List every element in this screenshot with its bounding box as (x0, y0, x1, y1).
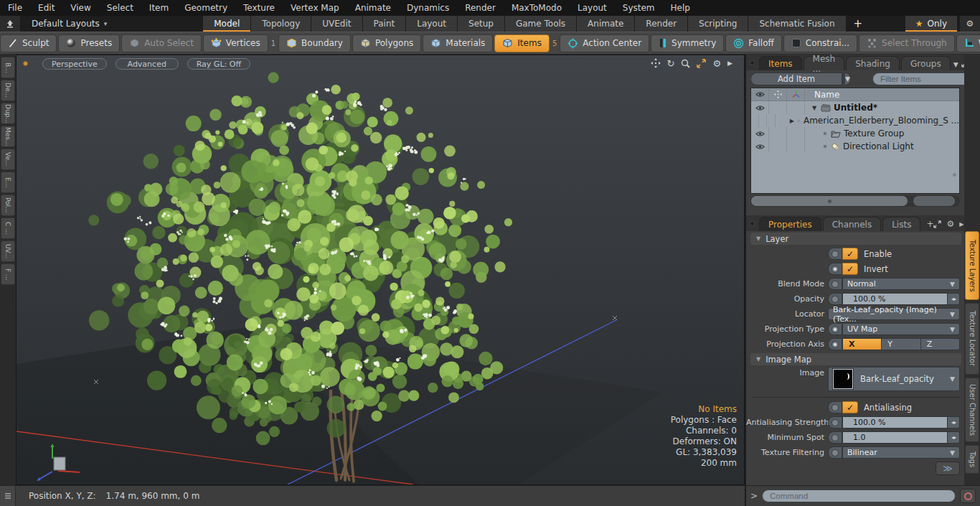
scrollbar-thumb[interactable] (751, 196, 908, 206)
texture-filtering-channel-radio[interactable] (828, 446, 842, 459)
viewport-3d[interactable]: Perspective Advanced Ray GL: Off ↻ (16, 55, 745, 485)
visibility-toggle[interactable] (751, 127, 769, 140)
tab-game-tools[interactable]: Game Tools (505, 16, 577, 32)
constraints-button[interactable]: Constrai... (783, 34, 857, 52)
projection-axis-channel-radio[interactable] (828, 338, 842, 350)
left-tab-polygon[interactable]: Pol... (1, 195, 15, 216)
pan-icon[interactable] (651, 58, 661, 68)
blend-mode-dropdown[interactable]: Normal▼ (842, 278, 960, 290)
locator-dropdown[interactable]: Bark-Leaf_opacity (Image) (Tex...▼ (828, 308, 960, 320)
macro-record-button[interactable] (960, 489, 976, 503)
left-tab-bevel[interactable]: B... (1, 57, 15, 78)
blend-mode-channel-radio[interactable] (828, 278, 842, 290)
tab-channels[interactable]: Channels (823, 217, 882, 231)
left-tab-deform[interactable]: De... (1, 80, 15, 101)
layout-preset-dropdown[interactable]: Default Layouts ▾ (22, 16, 117, 32)
menu-dynamics[interactable]: Dynamics (399, 3, 457, 13)
auto-select-button[interactable]: Auto Select (121, 34, 202, 52)
menu-help[interactable]: Help (663, 3, 698, 13)
menu-file[interactable]: File (0, 3, 30, 13)
menu-item[interactable]: Item (141, 3, 176, 13)
left-tab-edge[interactable]: E... (1, 172, 15, 193)
projection-type-channel-radio[interactable] (828, 323, 842, 335)
tab-setup[interactable]: Setup (458, 16, 505, 32)
right-tab-texture-locator[interactable]: Texture Locator (965, 303, 979, 375)
tab-scripting[interactable]: Scripting (688, 16, 748, 32)
menu-geometry[interactable]: Geometry (176, 3, 235, 13)
panel-menu-dot[interactable] (750, 60, 755, 65)
boundary-mode-button[interactable]: Boundary (278, 34, 351, 52)
viewport-projection-button[interactable]: Perspective (42, 58, 107, 70)
menu-vertex-map[interactable]: Vertex Map (283, 3, 347, 13)
item-row-mesh[interactable]: ▶ American_Elderberry_Blooming_S ... (751, 114, 959, 127)
axis-column-icon[interactable] (792, 90, 800, 98)
minimum-spot-channel-radio[interactable] (828, 431, 842, 444)
item-row-texture-group[interactable]: Texture Group (751, 127, 959, 140)
left-tab-curve[interactable]: C ... (1, 217, 15, 239)
panel-menu-dot[interactable] (750, 221, 755, 226)
tab-model[interactable]: Model (203, 16, 251, 32)
antialiasing-channel-radio[interactable] (828, 401, 842, 413)
image-map-section-header[interactable]: ▼ Image Map (750, 353, 961, 365)
items-mode-button[interactable]: Items (494, 34, 550, 52)
item-row-directional-light[interactable]: Directional Light (751, 140, 959, 153)
tab-properties[interactable]: Properties (759, 217, 821, 231)
menu-render[interactable]: Render (457, 3, 504, 13)
viewport-raygl-button[interactable]: Ray GL: Off (187, 58, 250, 70)
tab-groups[interactable]: Groups (901, 56, 951, 70)
menu-view[interactable]: View (62, 3, 98, 13)
add-layout-tab-button[interactable]: + (847, 16, 870, 32)
pin-layout-button[interactable] (0, 16, 20, 32)
layoutbar-gear-button[interactable]: ⚙ (960, 16, 980, 32)
falloff-button[interactable]: Falloff (725, 34, 781, 52)
tab-overflow-icon[interactable]: ▼ (953, 61, 958, 68)
item-row-scene[interactable]: ▼ Untitled* (751, 101, 959, 114)
status-corner-button[interactable] (0, 486, 16, 506)
opacity-channel-radio[interactable] (828, 293, 842, 305)
favorites-only-toggle[interactable]: ★ Only (905, 16, 957, 32)
left-tab-vertex[interactable]: Ve... (1, 149, 15, 170)
opacity-stepper[interactable]: ◂▸ (948, 293, 960, 305)
item-list-hscrollbar[interactable] (750, 195, 960, 207)
tab-schematic-fusion[interactable]: Schematic Fusion (748, 16, 846, 32)
tab-lists[interactable]: Lists (882, 217, 920, 231)
presets-button[interactable]: Presets (58, 34, 120, 52)
action-center-button[interactable]: Action Center (560, 34, 649, 52)
opacity-field[interactable]: 100.0 % (842, 293, 948, 305)
aa-strength-field[interactable]: 100.0 % (842, 416, 948, 428)
layer-section-header[interactable]: ▼ Layer (750, 233, 961, 245)
symmetry-button[interactable]: Symmetry (651, 34, 724, 52)
tab-topology[interactable]: Topology (251, 16, 311, 32)
gear-icon[interactable]: ⚙ (712, 59, 721, 68)
menu-layout[interactable]: Layout (570, 3, 615, 13)
add-item-button[interactable]: Add Item (750, 72, 842, 85)
tab-animate[interactable]: Animate (577, 16, 635, 32)
tab-render[interactable]: Render (635, 16, 688, 32)
antialiasing-checkbox[interactable]: ✓ (842, 401, 858, 413)
menu-system[interactable]: System (615, 3, 663, 13)
tab-shading[interactable]: Shading (846, 56, 900, 70)
tab-mesh-ops[interactable]: Mesh ... (804, 56, 845, 70)
polygons-mode-button[interactable]: Polygons (352, 34, 421, 52)
image-dropdown[interactable]: Bark-Leaf_opacity ▼ (828, 367, 960, 391)
menu-edit[interactable]: Edit (30, 3, 62, 13)
materials-mode-button[interactable]: Materials (423, 34, 493, 52)
tab-uvedit[interactable]: UVEdit (311, 16, 362, 32)
tab-paint[interactable]: Paint (363, 16, 407, 32)
minimum-spot-stepper[interactable]: ◂▸ (948, 431, 960, 444)
eye-column-icon[interactable] (755, 91, 765, 98)
invert-channel-radio[interactable] (828, 263, 842, 275)
right-tab-tags[interactable]: Tags (965, 445, 979, 474)
enable-checkbox[interactable]: ✓ (842, 248, 858, 260)
gear-icon[interactable]: ⚙ (946, 219, 954, 229)
tab-items[interactable]: Items (759, 56, 802, 70)
move-column-icon[interactable] (774, 90, 782, 98)
right-tab-user-channels[interactable]: User Channels (965, 378, 979, 442)
vertices-mode-button[interactable]: Vertices (203, 34, 268, 52)
add-tab-button[interactable]: + (926, 219, 933, 229)
zoom-icon[interactable] (681, 59, 690, 68)
axis-x-button[interactable]: X (843, 339, 882, 350)
invert-checkbox[interactable]: ✓ (842, 263, 858, 275)
axis-y-button[interactable]: Y (882, 339, 920, 350)
aa-strength-stepper[interactable]: ◂▸ (948, 416, 960, 428)
